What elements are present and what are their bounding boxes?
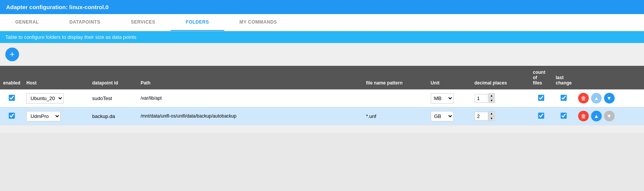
- tab-services[interactable]: SERVICES: [115, 14, 170, 31]
- col-header-count-of-files: count offiles: [530, 66, 553, 89]
- table-header-row: enabled Host datapoint id Path file name…: [0, 66, 644, 89]
- row1-host-cell: Ubuntu_20: [23, 89, 89, 107]
- row2-path: /mnt/data/unifi-os/unifi/data/backup/aut…: [141, 113, 237, 119]
- row2-decimal-up-button[interactable]: ▲: [489, 111, 495, 116]
- table-row: UdmPro backup.da /mnt/data/unifi-os/unif…: [0, 107, 644, 125]
- row1-decimal-down-button[interactable]: ▼: [489, 98, 495, 103]
- row2-enabled-checkbox[interactable]: [9, 113, 15, 119]
- row2-actions-cell: 🗑 ▲ ▼: [575, 107, 644, 125]
- row1-datapoint-id-cell: sudoTest: [89, 89, 137, 107]
- row1-file-name-pattern-cell: [363, 89, 428, 107]
- col-header-host: Host: [23, 66, 89, 89]
- row1-last-change-checkbox[interactable]: [561, 95, 567, 101]
- col-header-unit: Unit: [428, 66, 471, 89]
- row2-decimal-places-cell: ▲ ▼: [471, 107, 530, 125]
- row2-last-change-checkbox[interactable]: [561, 113, 567, 119]
- row1-down-button[interactable]: ▼: [604, 93, 615, 103]
- toolbar: +: [0, 43, 644, 66]
- folders-table: enabled Host datapoint id Path file name…: [0, 66, 644, 125]
- row1-up-button[interactable]: ▲: [591, 93, 602, 103]
- row1-enabled-cell: [0, 89, 23, 107]
- tabs-container: GENERAL DATAPOINTS SERVICES FOLDERS MY C…: [0, 14, 644, 31]
- col-header-decimal-places: decimal places: [471, 66, 530, 89]
- tab-general[interactable]: GENERAL: [0, 14, 54, 31]
- col-header-actions: [575, 66, 644, 89]
- add-row-button[interactable]: +: [5, 48, 19, 61]
- info-bar: Table to configure folders to display th…: [0, 31, 644, 43]
- col-header-enabled: enabled: [0, 66, 23, 89]
- row2-last-change-cell: [553, 107, 575, 125]
- row2-decimal-places-input[interactable]: [475, 112, 488, 121]
- row1-path: /var/lib/apt: [141, 96, 161, 101]
- row1-delete-button[interactable]: 🗑: [578, 93, 589, 103]
- row2-down-button[interactable]: ▼: [604, 111, 615, 121]
- row2-unit-cell: GB MB KB: [428, 107, 471, 125]
- row2-host-cell: UdmPro: [23, 107, 89, 125]
- app-title: Adapter configuration: linux-control.0: [6, 4, 109, 10]
- row1-host-select[interactable]: Ubuntu_20: [26, 93, 64, 103]
- row2-up-button[interactable]: ▲: [591, 111, 602, 121]
- tab-folders[interactable]: FOLDERS: [171, 14, 224, 31]
- row2-datapoint-id: backup.da: [92, 113, 115, 119]
- info-text: Table to configure folders to display th…: [5, 34, 136, 40]
- row1-decimal-places-input[interactable]: [475, 94, 488, 103]
- row2-file-name-pattern-cell: *.unf: [363, 107, 428, 125]
- row2-datapoint-id-cell: backup.da: [89, 107, 137, 125]
- row1-unit-select[interactable]: MB GB KB: [431, 93, 454, 103]
- row1-enabled-checkbox[interactable]: [9, 95, 15, 101]
- col-header-path: Path: [137, 66, 363, 89]
- table-container: enabled Host datapoint id Path file name…: [0, 66, 644, 133]
- row2-unit-select[interactable]: GB MB KB: [431, 111, 454, 121]
- row1-decimal-places-cell: ▲ ▼: [471, 89, 530, 107]
- title-bar: Adapter configuration: linux-control.0: [0, 0, 644, 14]
- row1-datapoint-id: sudoTest: [92, 96, 112, 101]
- col-header-last-change: lastchange: [553, 66, 575, 89]
- row2-file-name-pattern: *.unf: [366, 113, 376, 119]
- row2-count-of-files-cell: [530, 107, 553, 125]
- col-header-datapoint-id: datapoint id: [89, 66, 137, 89]
- table-row: Ubuntu_20 sudoTest /var/lib/apt MB GB K: [0, 89, 644, 107]
- row1-unit-cell: MB GB KB: [428, 89, 471, 107]
- row2-decimal-down-button[interactable]: ▼: [489, 116, 495, 121]
- row1-actions-cell: 🗑 ▲ ▼: [575, 89, 644, 107]
- tab-my-commands[interactable]: MY COMMANDS: [224, 14, 292, 31]
- tab-datapoints[interactable]: DATAPOINTS: [54, 14, 115, 31]
- row2-path-cell: /mnt/data/unifi-os/unifi/data/backup/aut…: [137, 107, 363, 125]
- row2-delete-button[interactable]: 🗑: [578, 111, 589, 121]
- row1-count-of-files-cell: [530, 89, 553, 107]
- row1-decimal-up-button[interactable]: ▲: [489, 93, 495, 98]
- row2-host-select[interactable]: UdmPro: [26, 111, 61, 121]
- row2-count-of-files-checkbox[interactable]: [538, 113, 544, 119]
- col-header-file-name-pattern: file name pattern: [363, 66, 428, 89]
- row1-last-change-cell: [553, 89, 575, 107]
- row1-count-of-files-checkbox[interactable]: [538, 95, 544, 101]
- row1-path-cell: /var/lib/apt: [137, 89, 363, 107]
- row2-enabled-cell: [0, 107, 23, 125]
